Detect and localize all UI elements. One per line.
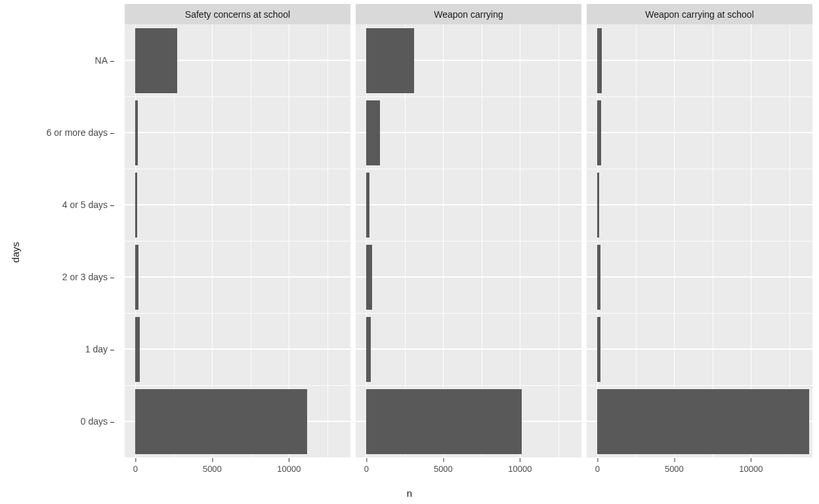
y-tick-label: 2 or 3 days	[62, 272, 114, 282]
facet: Weapon carrying at school	[587, 4, 812, 457]
faceted-bar-chart: days 0 days1 day2 or 3 days4 or 5 days6 …	[0, 0, 819, 504]
bar	[597, 245, 600, 310]
x-axis-ticks: 050001000005000100000500010000	[125, 457, 812, 484]
x-tick-label: 5000	[665, 464, 684, 474]
bar	[597, 389, 809, 454]
facet-x-ticks: 0500010000	[356, 457, 581, 484]
x-tick-label: 0	[133, 464, 138, 474]
x-tick-label: 10000	[739, 464, 763, 474]
facet-x-ticks: 0500010000	[125, 457, 350, 484]
bar	[366, 173, 369, 238]
y-tick-text: 1 day	[85, 344, 108, 354]
x-tick-label: 0	[595, 464, 600, 474]
bar	[366, 389, 521, 454]
y-tick-label: 1 day	[85, 344, 114, 354]
facet-panel	[356, 24, 581, 457]
y-tick-label: NA	[95, 55, 114, 66]
bar	[366, 317, 371, 382]
facet-panel	[587, 24, 812, 457]
facet: Safety concerns at school	[125, 4, 350, 457]
y-tick-text: 2 or 3 days	[62, 272, 108, 282]
y-tick-label: 0 days	[81, 416, 114, 427]
x-axis-title: n	[0, 486, 819, 500]
facet: Weapon carrying	[356, 4, 581, 457]
bar	[135, 389, 307, 454]
x-tick-label: 5000	[203, 464, 222, 474]
bar	[366, 100, 380, 165]
y-axis-ticks: 0 days1 day2 or 3 days4 or 5 days6 or mo…	[26, 24, 118, 457]
bar	[597, 100, 601, 165]
y-tick-text: 6 or more days	[47, 127, 108, 138]
bar	[366, 28, 414, 93]
bar	[135, 317, 140, 382]
bar	[366, 245, 371, 310]
bar	[597, 173, 599, 238]
x-tick-label: 10000	[508, 464, 532, 474]
x-axis-title-text: n	[407, 488, 412, 499]
y-tick-text: 4 or 5 days	[62, 200, 108, 210]
facet-panels: Safety concerns at schoolWeapon carrying…	[125, 4, 812, 457]
bar	[597, 28, 602, 93]
facet-panel	[125, 24, 350, 457]
y-tick-label: 4 or 5 days	[62, 200, 114, 210]
bar	[135, 245, 138, 310]
facet-x-ticks: 0500010000	[587, 457, 812, 484]
facet-strip: Safety concerns at school	[125, 4, 350, 24]
bar	[135, 173, 136, 238]
bar	[135, 28, 177, 93]
x-tick-label: 5000	[434, 464, 453, 474]
y-axis-title: days	[8, 0, 24, 504]
y-axis-title-text: days	[10, 242, 22, 262]
y-tick-text: 0 days	[81, 416, 108, 427]
bar	[135, 100, 138, 165]
bar	[597, 317, 600, 382]
y-tick-label: 6 or more days	[47, 127, 114, 138]
x-tick-label: 0	[364, 464, 369, 474]
facet-strip: Weapon carrying	[356, 4, 581, 24]
x-tick-label: 10000	[277, 464, 301, 474]
y-tick-text: NA	[95, 55, 108, 66]
facet-strip: Weapon carrying at school	[587, 4, 812, 24]
